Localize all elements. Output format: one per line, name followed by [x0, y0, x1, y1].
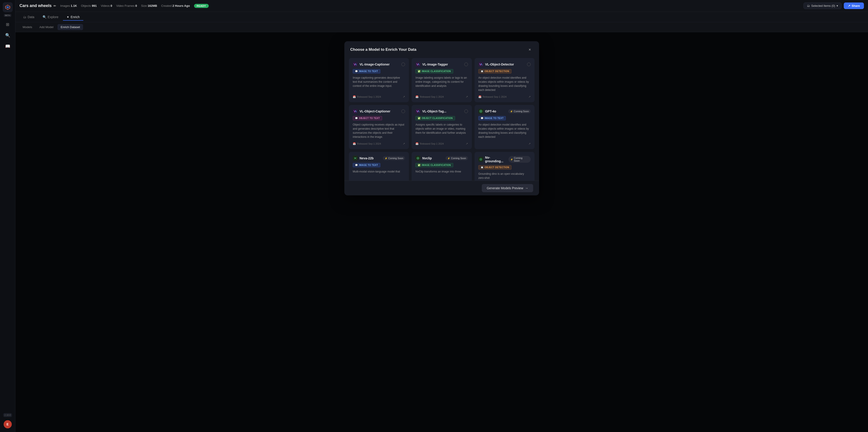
vl-logo-icon [353, 109, 358, 114]
model-card-vl-image-captioner[interactable]: VL-Image-Captioner 💬 IMAGE TO TEXT Image… [349, 58, 409, 102]
model-tag: 💬 IMAGE TO TEXT [353, 69, 380, 74]
model-tag: ✅ IMAGE CLASSIFICATION [415, 163, 453, 167]
model-card-header: VL-Object-Detector [478, 62, 531, 67]
model-card-header: VL-Image-Captioner [353, 62, 405, 67]
model-description: Image labeling assigns labels or tags to… [415, 76, 468, 92]
sidebar-icon-grid[interactable]: ⊞ [3, 20, 12, 29]
edit-title-icon[interactable]: ✏ [54, 4, 56, 8]
calendar-icon: 📅 [353, 142, 356, 145]
model-radio[interactable] [464, 110, 468, 113]
model-footer: 📅 Released Sep 1 2024 ↗ [353, 142, 405, 145]
stat-created: Created 2 Hours Ago [161, 4, 190, 7]
status-badge: READY [194, 4, 209, 8]
model-card-gpt-4o[interactable]: GPT-4o ⚡ Coming Soon 💬 IMAGE TO TEXT [474, 105, 534, 149]
app-logo[interactable] [3, 2, 13, 12]
model-title-row: Neva-22b [353, 156, 374, 161]
explore-tab-icon: 🔍 [42, 15, 46, 19]
sub-tab-models[interactable]: Models [20, 24, 35, 30]
calendar-icon: 📅 [478, 95, 482, 98]
svg-point-8 [480, 111, 481, 112]
lightning-icon: ⚡ [510, 110, 513, 113]
calendar-icon: 📅 [415, 142, 418, 145]
stat-videos: Videos 0 [101, 4, 112, 7]
model-radio[interactable] [527, 62, 531, 66]
sub-tab-add-model[interactable]: Add Model [36, 24, 57, 30]
main-content: Cars and wheels ✏ Images 1.1K Objects 99… [16, 0, 868, 432]
tab-explore[interactable]: 🔍 Explore [39, 13, 62, 21]
model-card-vl-object-detector[interactable]: VL-Object-Detector 🔲 OBJECT DETECTION An… [474, 58, 534, 102]
model-radio[interactable] [401, 110, 405, 113]
model-description: Object captioning receives objects as in… [353, 123, 405, 139]
model-description: An object detection model identifies and… [478, 76, 531, 92]
model-description: Multi-modal vision-language model that [353, 170, 405, 180]
vl-logo-icon [478, 62, 483, 67]
tab-enrich[interactable]: ✦ Enrich [63, 13, 83, 21]
model-card-header: Nv-grounding... ⚡ Coming Soon [478, 156, 531, 163]
model-description: Grounding dino is an open vocabulary zer… [478, 172, 531, 180]
data-tab-icon: 🗂 [23, 15, 26, 19]
selected-items-label: Selected Items (0) [811, 4, 835, 7]
model-tag: 🔲 OBJECT DETECTION [478, 165, 512, 170]
external-link-icon[interactable]: ↗ [403, 95, 405, 98]
modal-overlay: Choose a Model to Enrich Your Data × [16, 32, 868, 432]
model-description: An object detection model identifies and… [478, 123, 531, 139]
model-name: Nv-grounding... [485, 156, 508, 163]
model-footer: 📅 Released Sep 1 2024 ↗ [353, 95, 405, 98]
model-name: VL-Object-Detector [485, 62, 514, 66]
model-title-row: Nvclip [415, 156, 432, 161]
sidebar-icon-book[interactable]: 📖 [3, 42, 12, 51]
share-button[interactable]: ↗ Share [844, 2, 864, 9]
sub-tab-enrich-dataset[interactable]: Enrich Dataset [58, 24, 83, 30]
model-title-row: VL-Object-Detector [478, 62, 514, 67]
selected-items-button[interactable]: 🗂 Selected Items (0) ▾ [804, 2, 841, 9]
model-card-neva-22b[interactable]: Neva-22b ⚡ Coming Soon 💬 IMAGE TO TEXT [349, 152, 409, 181]
tag-icon: 🔲 [480, 70, 484, 73]
model-footer: 📅 Released Sep 1 2024 ↗ [478, 95, 531, 98]
user-avatar[interactable]: E [4, 420, 12, 428]
model-card-vl-image-tagger[interactable]: VL-Image-Tagger ✅ IMAGE CLASSIFICATION I… [411, 58, 472, 102]
modal-close-button[interactable]: × [526, 46, 533, 53]
nv-grounding-logo-icon [478, 157, 483, 162]
model-footer: ↗ [478, 142, 531, 145]
modal-header: Choose a Model to Enrich Your Data × [344, 41, 539, 57]
model-grid: VL-Image-Captioner 💬 IMAGE TO TEXT Image… [348, 57, 535, 181]
model-card-nvclip[interactable]: Nvclip ⚡ Coming Soon ✅ IMAGE CLASSIFICAT… [411, 152, 472, 181]
coming-soon-badge: ⚡ Coming Soon [508, 109, 531, 113]
model-card-header: GPT-4o ⚡ Coming Soon [478, 109, 531, 114]
external-link-icon[interactable]: ↗ [466, 95, 468, 98]
tab-data[interactable]: 🗂 Data [20, 13, 38, 21]
model-radio[interactable] [401, 62, 405, 66]
model-card-nv-grounding[interactable]: Nv-grounding... ⚡ Coming Soon 🔲 OBJECT D… [474, 152, 534, 181]
external-link-icon[interactable]: ↗ [528, 142, 531, 145]
model-date: 📅 Released Sep 1 2024 [415, 142, 444, 145]
external-link-icon[interactable]: ↗ [466, 142, 468, 145]
choose-model-modal: Choose a Model to Enrich Your Data × [344, 41, 539, 195]
generate-models-preview-button[interactable]: Generate Models Preview → [482, 184, 533, 192]
model-title-row: Nv-grounding... [478, 156, 508, 163]
model-title-row: VL-Object-Tag... [415, 109, 446, 114]
model-date: 📅 Released Sep 1 2024 [478, 95, 507, 98]
model-tag: ✅ OBJECT CLASSIFICATION [415, 116, 455, 120]
external-link-icon[interactable]: ↗ [403, 142, 405, 145]
modal-footer: Generate Models Preview → [344, 181, 539, 195]
modal-body[interactable]: VL-Image-Captioner 💬 IMAGE TO TEXT Image… [344, 57, 539, 181]
coming-soon-badge: ⚡ Coming Soon [383, 156, 405, 160]
share-icon: ↗ [848, 4, 850, 7]
model-card-vl-object-tagger[interactable]: VL-Object-Tag... ✅ OBJECT CLASSIFICATION… [411, 105, 472, 149]
model-name: VL-Object-Tag... [422, 110, 446, 113]
coming-soon-badge: ⚡ Coming Soon [445, 156, 468, 160]
model-title-row: GPT-4o [478, 109, 496, 114]
model-date: 📅 Released Sep 1 2024 [353, 95, 381, 98]
lightning-icon: ⚡ [447, 157, 450, 160]
page-title: Cars and wheels ✏ [20, 3, 56, 8]
neva-logo-icon [353, 156, 358, 161]
arrow-right-icon: → [525, 186, 528, 190]
model-radio[interactable] [464, 62, 468, 66]
sub-nav: Models Add Model Enrich Dataset [16, 22, 868, 32]
model-card-vl-object-captioner[interactable]: VL-Object-Captioner 💬 OBJECT TO TEXT Obj… [349, 105, 409, 149]
app-version: 2.10.0 [3, 413, 12, 417]
sidebar-icon-search[interactable]: 🔍 [3, 31, 12, 40]
selected-items-icon: 🗂 [807, 4, 810, 7]
modal-title: Choose a Model to Enrich Your Data [350, 47, 416, 52]
external-link-icon[interactable]: ↗ [528, 95, 531, 98]
